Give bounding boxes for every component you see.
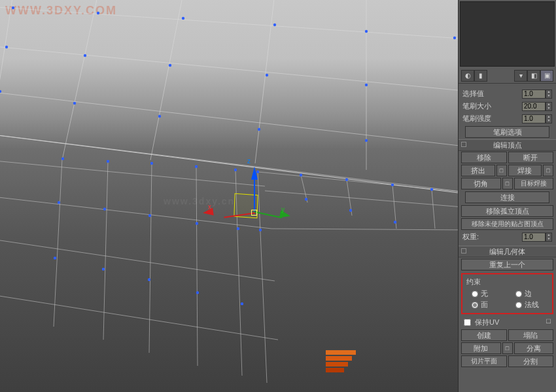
weld-button[interactable]: 焊接 [508, 165, 542, 176]
svg-point-26 [430, 188, 433, 191]
constraint-title: 约束 [464, 276, 551, 288]
viewport[interactable]: WWW.3DXY.COM www.3dxy.com www.3dxy.cn [0, 0, 458, 392]
svg-point-37 [102, 268, 105, 270]
remove-unused-map-button[interactable]: 移除未使用的贴占图顶点 [461, 218, 553, 230]
panel-icon-row: ◐ ▮ ▾ ◧ ▣ [459, 68, 556, 84]
svg-point-38 [148, 278, 150, 281]
chamfer-button[interactable]: 切角 [461, 178, 501, 189]
target-weld-button[interactable]: 目标焊接 [514, 178, 554, 189]
gizmo-label-x: x [208, 203, 211, 210]
brush-strength-input[interactable] [522, 114, 546, 123]
svg-point-8 [169, 64, 171, 67]
constraint-none-radio[interactable]: 无 [464, 289, 508, 299]
constraint-group: 约束 无 边 面 法线 [461, 273, 553, 314]
constraint-normal-radio[interactable]: 法线 [508, 300, 551, 310]
svg-point-28 [103, 208, 106, 210]
svg-point-6 [5, 46, 8, 48]
brand-logo-icon [326, 350, 356, 375]
svg-point-3 [273, 24, 276, 26]
svg-point-34 [349, 209, 352, 212]
brush-size-spinner[interactable]: ▲▼ [546, 102, 552, 111]
icon-tool-2[interactable]: ▮ [474, 70, 487, 82]
svg-point-0 [12, 7, 14, 9]
svg-point-4 [365, 30, 368, 33]
svg-point-20 [195, 165, 198, 168]
svg-point-7 [84, 54, 86, 57]
weight-input[interactable] [522, 233, 546, 242]
svg-point-33 [305, 198, 307, 201]
svg-point-14 [258, 128, 260, 131]
svg-point-30 [196, 222, 198, 225]
icon-tool-4[interactable]: ◧ [527, 70, 540, 82]
svg-point-36 [54, 257, 56, 259]
svg-point-13 [158, 115, 161, 118]
gizmo-axis-y[interactable] [254, 206, 293, 225]
svg-point-10 [365, 84, 368, 86]
svg-point-1 [97, 12, 99, 14]
svg-point-17 [61, 157, 64, 160]
repeat-last-button[interactable]: 重复上一个 [461, 259, 553, 270]
material-preview [460, 1, 555, 67]
extrude-button[interactable]: 挤出 [461, 165, 495, 176]
svg-point-35 [394, 221, 396, 223]
detach-button[interactable]: 分离 [514, 342, 554, 354]
svg-point-29 [148, 214, 151, 217]
icon-tool-1[interactable]: ◐ [461, 70, 474, 82]
create-button[interactable]: 创建 [461, 329, 507, 341]
gizmo-label-y: y [281, 206, 285, 213]
rollout-toggle-icon[interactable] [461, 142, 466, 147]
preserve-uv-settings-button[interactable]: □ [546, 317, 551, 327]
chamfer-settings-button[interactable]: □ [502, 178, 513, 189]
move-gizmo[interactable]: z y x [216, 167, 294, 245]
attach-button[interactable]: 附加 [461, 342, 501, 354]
gizmo-label-z: z [247, 157, 251, 165]
svg-point-9 [266, 74, 268, 76]
gizmo-origin-icon[interactable] [251, 210, 257, 216]
pin-icon[interactable]: ▣ [540, 70, 553, 82]
icon-tool-3[interactable]: ▾ [514, 70, 527, 82]
svg-point-39 [196, 291, 199, 294]
collapse-button[interactable]: 塌陷 [508, 329, 554, 341]
brush-size-label: 笔刷大小 [462, 101, 522, 111]
remove-isolated-button[interactable]: 移除孤立顶点 [461, 205, 553, 217]
split-button[interactable]: 分割 [508, 355, 554, 367]
constraint-face-radio[interactable]: 面 [464, 300, 508, 310]
brush-strength-spinner[interactable]: ▲▼ [546, 114, 552, 123]
svg-point-11 [0, 90, 1, 93]
remove-button[interactable]: 移除 [461, 152, 507, 163]
gizmo-axis-x[interactable] [209, 207, 255, 227]
attach-list-button[interactable]: □ [502, 342, 513, 354]
svg-point-5 [453, 37, 456, 39]
svg-point-27 [58, 201, 60, 204]
constraint-edge-radio[interactable]: 边 [508, 289, 551, 299]
svg-point-23 [300, 174, 302, 176]
svg-point-24 [345, 178, 348, 181]
brush-options-button[interactable]: 笔刷选项 [465, 126, 549, 138]
svg-point-15 [365, 139, 368, 142]
svg-point-12 [73, 102, 76, 105]
rollout-toggle-icon[interactable] [461, 248, 466, 253]
brush-size-input[interactable] [522, 102, 546, 111]
edit-geometry-header[interactable]: 编辑几何体 [459, 246, 556, 257]
extrude-settings-button[interactable]: □ [496, 165, 507, 176]
weight-spinner[interactable]: ▲▼ [546, 233, 552, 242]
preserve-uv-checkbox[interactable] [464, 319, 471, 326]
modify-panel: ◐ ▮ ▾ ◧ ▣ 选择值 ▲▼ 笔刷大小 ▲▼ 笔刷强度 ▲▼ 笔刷选项 编辑… [458, 0, 556, 392]
connect-button[interactable]: 连接 [465, 191, 549, 203]
preserve-uv-label: 保持UV [475, 318, 499, 327]
edit-vertex-header[interactable]: 编辑顶点 [459, 139, 556, 151]
svg-point-18 [107, 160, 109, 163]
select-value-label: 选择值 [462, 89, 522, 99]
svg-point-19 [150, 162, 153, 165]
weld-settings-button[interactable]: □ [543, 165, 553, 176]
slice-plane-button[interactable]: 切片平面 [461, 355, 507, 367]
svg-point-40 [241, 302, 243, 305]
break-button[interactable]: 断开 [508, 152, 554, 163]
weight-label: 权重: [462, 232, 522, 242]
select-value-spinner[interactable]: ▲▼ [546, 90, 552, 99]
svg-point-2 [182, 17, 184, 20]
select-value-input[interactable] [522, 90, 546, 99]
brush-strength-label: 笔刷强度 [462, 114, 522, 123]
svg-point-25 [391, 184, 394, 186]
